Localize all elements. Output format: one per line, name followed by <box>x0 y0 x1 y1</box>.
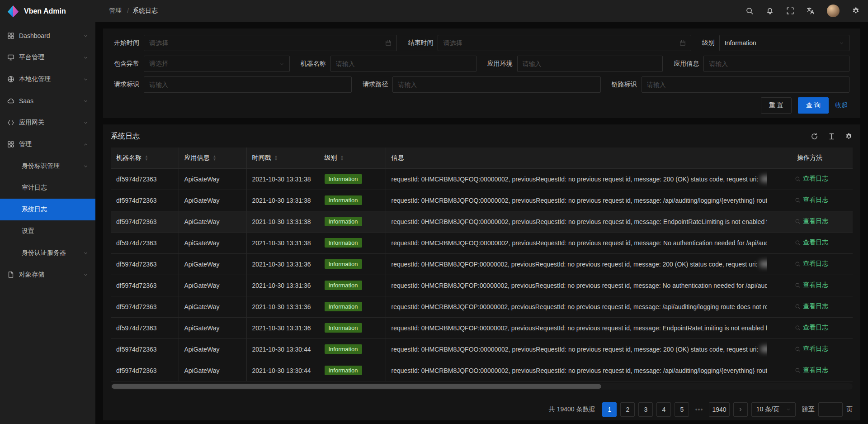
sidebar-subitem[interactable]: 身份标识管理 <box>0 155 95 177</box>
cell-app-info: ApiGateWay <box>179 338 246 360</box>
cell-level: Information <box>319 253 386 275</box>
user-avatar[interactable] <box>827 5 840 17</box>
sidebar-item[interactable]: Dashboard <box>0 25 95 47</box>
bell-icon[interactable] <box>766 7 774 15</box>
sidebar-item[interactable]: 对象存储 <box>0 264 95 286</box>
sidebar-item[interactable]: 平台管理 <box>0 47 95 68</box>
filter-input[interactable] <box>398 81 595 88</box>
date-picker-0-0[interactable] <box>144 35 397 51</box>
select-0-2[interactable]: Information <box>719 35 849 51</box>
sort-caret-down[interactable]: ▼ <box>145 158 148 161</box>
page-ellipsis[interactable]: ••• <box>693 406 705 413</box>
refresh-icon[interactable] <box>811 133 818 140</box>
view-log-button[interactable]: 查看日志 <box>791 175 828 183</box>
next-page-button[interactable] <box>733 402 748 417</box>
page-button-4[interactable]: 4 <box>656 402 671 417</box>
view-log-button[interactable]: 查看日志 <box>791 238 828 247</box>
column-header[interactable]: 时间戳▲▼ <box>246 148 319 168</box>
translate-icon[interactable] <box>807 7 815 15</box>
cell-machine-name: df5974d72363 <box>111 232 179 253</box>
sort-caret-down[interactable]: ▼ <box>340 158 344 161</box>
cell-message: requestId: 0HMCRBM8JQFOP:00000002, previ… <box>386 317 767 338</box>
filter-input[interactable] <box>523 60 658 67</box>
scrollbar-thumb[interactable] <box>112 384 601 389</box>
breadcrumb-parent[interactable]: 管理 <box>109 7 123 15</box>
sidebar-item[interactable]: Saas <box>0 90 95 112</box>
page-jump-input[interactable] <box>818 402 843 417</box>
column-header[interactable]: 级别▲▼ <box>319 148 386 168</box>
view-log-label: 查看日志 <box>803 345 828 353</box>
filter-panel: 开始时间结束时间级别Information包含异常请选择机器名称应用环境应用信息… <box>103 29 860 118</box>
settings-gear-icon[interactable] <box>852 7 860 15</box>
filter-input[interactable] <box>149 39 382 47</box>
sidebar-subitem[interactable]: 审计日志 <box>0 177 95 199</box>
page-button-5[interactable]: 5 <box>675 402 689 417</box>
cell-level: Information <box>319 168 386 190</box>
page-button-1[interactable]: 1 <box>602 402 617 417</box>
filter-input[interactable] <box>647 81 844 88</box>
column-header[interactable]: 机器名称▲▼ <box>111 148 179 168</box>
text-input-1-2[interactable] <box>517 56 663 72</box>
cell-level: Information <box>319 296 386 317</box>
page-size-select[interactable]: 10 条/页 <box>751 402 796 417</box>
sort-icons[interactable]: ▲▼ <box>274 155 278 161</box>
sort-icons[interactable]: ▲▼ <box>145 155 148 161</box>
filter-input[interactable] <box>149 81 346 88</box>
magnifier-icon <box>795 197 801 203</box>
view-log-button[interactable]: 查看日志 <box>791 324 828 332</box>
sidebar-subitem[interactable]: 设置 <box>0 220 95 242</box>
sidebar-item[interactable]: 管理 <box>0 133 95 155</box>
horizontal-scrollbar[interactable] <box>111 383 853 390</box>
cell-machine-name: df5974d72363 <box>111 168 179 190</box>
cell-actions: 查看日志 <box>767 360 853 381</box>
query-button[interactable]: 查 询 <box>798 97 829 114</box>
message-text: requestId: 0HMCRBM8JQFOO:00000002, previ… <box>392 346 760 353</box>
filter-input[interactable] <box>443 39 675 47</box>
sort-icons[interactable]: ▲▼ <box>213 155 217 161</box>
cell-machine-name: df5974d72363 <box>111 190 179 211</box>
fullscreen-icon[interactable] <box>786 7 794 15</box>
filter-field: 结束时间 <box>408 35 691 51</box>
view-log-button[interactable]: 查看日志 <box>791 302 828 310</box>
page-button-last[interactable]: 1940 <box>709 402 729 417</box>
view-log-button[interactable]: 查看日志 <box>791 366 828 374</box>
view-log-button[interactable]: 查看日志 <box>791 217 828 225</box>
text-input-1-3[interactable] <box>703 56 849 72</box>
sidebar-item[interactable]: 本地化管理 <box>0 68 95 90</box>
chevron-down-icon <box>839 41 844 46</box>
sort-icons[interactable]: ▲▼ <box>340 155 344 161</box>
page-button-2[interactable]: 2 <box>620 402 635 417</box>
column-settings-gear-icon[interactable] <box>845 133 853 140</box>
logo[interactable]: Vben Admin <box>0 0 95 22</box>
select-1-0[interactable]: 请选择 <box>144 56 290 72</box>
sidebar-subitem[interactable]: 系统日志 <box>0 199 95 220</box>
filter-input[interactable] <box>709 60 844 67</box>
collapse-link[interactable]: 收起 <box>835 101 849 110</box>
cell-machine-name: df5974d72363 <box>111 253 179 275</box>
sort-caret-down[interactable]: ▼ <box>213 158 217 161</box>
pagination: 共 19400 条数据12345•••194010 条/页跳至页 <box>111 397 853 417</box>
reset-button[interactable]: 重 置 <box>761 97 792 114</box>
text-input-2-1[interactable] <box>392 76 600 93</box>
filter-input[interactable] <box>336 60 471 67</box>
date-picker-0-1[interactable] <box>438 35 691 51</box>
view-log-button[interactable]: 查看日志 <box>791 345 828 353</box>
filter-field: 级别Information <box>702 35 849 51</box>
row-height-icon[interactable] <box>828 133 835 140</box>
sidebar-subitem[interactable]: 身份认证服务器 <box>0 242 95 264</box>
sort-caret-down[interactable]: ▼ <box>274 158 278 161</box>
text-input-1-1[interactable] <box>330 56 476 72</box>
view-log-button[interactable]: 查看日志 <box>791 260 828 268</box>
page-button-3[interactable]: 3 <box>638 402 653 417</box>
message-text: requestId: 0HMCRBM8JQFOQ:00000002, previ… <box>392 197 767 204</box>
sidebar-item[interactable]: 应用网关 <box>0 112 95 133</box>
sidebar-item-label: 应用网关 <box>19 119 80 127</box>
sidebar-subitem-label: 系统日志 <box>22 205 88 214</box>
jump-suffix-label: 页 <box>846 405 853 414</box>
view-log-button[interactable]: 查看日志 <box>791 196 828 204</box>
view-log-button[interactable]: 查看日志 <box>791 281 828 289</box>
text-input-2-0[interactable] <box>144 76 352 93</box>
text-input-2-2[interactable] <box>642 76 849 93</box>
column-header[interactable]: 应用信息▲▼ <box>179 148 246 168</box>
search-icon[interactable] <box>745 7 754 15</box>
